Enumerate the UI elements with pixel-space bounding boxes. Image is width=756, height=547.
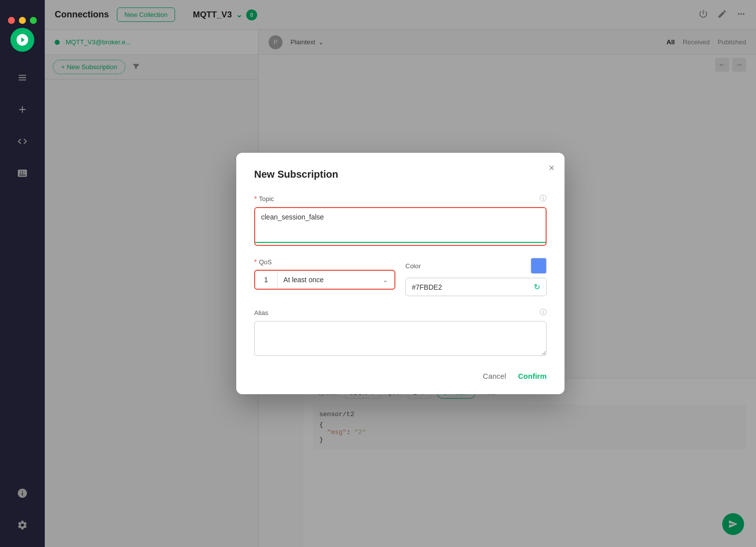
confirm-button[interactable]: Confirm <box>518 372 547 380</box>
sidebar-item-info[interactable] <box>10 481 34 505</box>
sidebar-item-connections[interactable] <box>10 66 34 90</box>
topic-field-container: * Topic ⓘ clean_session_false <box>254 194 547 246</box>
chevron-down-icon: ⌄ <box>382 276 388 284</box>
sidebar-item-code[interactable] <box>10 129 34 153</box>
color-swatch[interactable] <box>531 258 547 274</box>
color-input-wrapper: #7FBDE2 ↻ <box>405 278 547 296</box>
maximize-window-button[interactable] <box>30 17 37 24</box>
qos-color-row: * QoS 1 At least once ⌄ Color <box>254 258 547 296</box>
modal-overlay[interactable]: New Subscription × * Topic ⓘ clean_sessi… <box>45 0 756 547</box>
data-icon <box>17 168 28 179</box>
close-window-button[interactable] <box>8 17 15 24</box>
traffic-lights <box>0 8 45 24</box>
new-subscription-modal: New Subscription × * Topic ⓘ clean_sessi… <box>236 153 565 394</box>
color-value: #7FBDE2 <box>412 283 530 291</box>
topic-info-icon[interactable]: ⓘ <box>540 194 547 203</box>
modal-footer: Cancel Confirm <box>254 372 547 380</box>
alias-field-container: Alias ⓘ <box>254 308 547 358</box>
topic-required-marker: * <box>254 195 257 203</box>
minimize-window-button[interactable] <box>19 17 26 24</box>
qos-input-wrapper: 1 At least once ⌄ <box>254 270 395 290</box>
alias-input[interactable] <box>254 321 547 356</box>
sidebar <box>0 0 45 547</box>
sidebar-item-settings[interactable] <box>10 513 34 537</box>
qos-label-row: * QoS <box>254 258 395 266</box>
alias-label-row: Alias ⓘ <box>254 308 547 317</box>
qos-option-dropdown[interactable]: At least once ⌄ <box>278 271 394 289</box>
topic-label-row: * Topic ⓘ <box>254 194 547 203</box>
topic-input-wrapper: clean_session_false <box>254 207 547 246</box>
alias-info-icon[interactable]: ⓘ <box>540 308 547 317</box>
add-icon <box>17 104 28 115</box>
modal-title: New Subscription <box>254 169 547 180</box>
code-icon <box>17 136 28 147</box>
qos-required-marker: * <box>254 258 257 266</box>
cancel-button[interactable]: Cancel <box>483 372 506 380</box>
app-logo[interactable] <box>10 28 34 52</box>
sidebar-item-add[interactable] <box>10 98 34 121</box>
qos-field-container: * QoS 1 At least once ⌄ <box>254 258 395 296</box>
settings-icon <box>17 520 28 531</box>
color-label-row: Color <box>405 258 547 274</box>
modal-close-button[interactable]: × <box>549 163 555 173</box>
qos-number: 1 <box>255 271 278 289</box>
logo-icon <box>15 33 29 47</box>
alias-label: Alias <box>254 309 268 317</box>
info-icon <box>17 488 28 499</box>
qos-label: QoS <box>259 258 272 266</box>
color-field-container: Color #7FBDE2 ↻ <box>405 258 547 296</box>
topic-input[interactable]: clean_session_false <box>255 208 546 243</box>
color-refresh-icon[interactable]: ↻ <box>534 282 540 292</box>
color-label: Color <box>405 262 421 270</box>
topic-label: Topic <box>259 195 274 203</box>
sidebar-item-data[interactable] <box>10 161 34 185</box>
connections-icon <box>17 72 28 83</box>
